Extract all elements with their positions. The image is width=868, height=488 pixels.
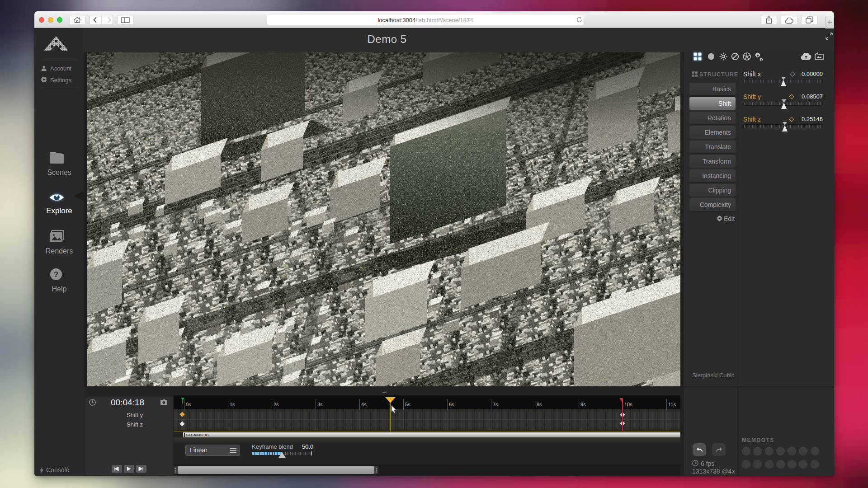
svg-text:?: ? [54, 270, 58, 279]
